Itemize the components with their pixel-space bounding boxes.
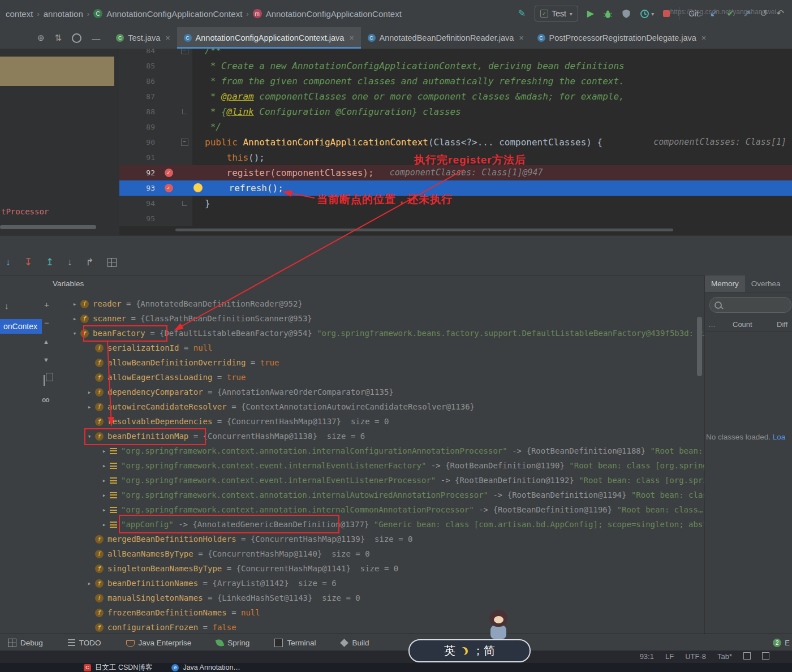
breakpoint-slot[interactable] [161, 196, 177, 211]
breakpoint-slot[interactable]: ✓ [161, 180, 177, 196]
tool-window-button-java-enterprise[interactable]: Java Enterprise [126, 639, 192, 647]
variable-row[interactable]: ▸"org.springframework.context.event.inte… [0, 473, 704, 488]
run-button[interactable]: ▶ [587, 9, 594, 18]
breadcrumb-item[interactable]: AnnotationConfigApplicationContext [266, 9, 402, 19]
breakpoint-slot[interactable] [161, 211, 177, 226]
column-diff[interactable]: Diff [777, 320, 791, 329]
breakpoint-slot[interactable]: ✓ [161, 165, 177, 180]
pin-arrow-icon[interactable]: ↓ [5, 301, 9, 311]
gear-icon[interactable] [72, 33, 81, 43]
taskbar-item[interactable]: eJava Annotation… [171, 664, 240, 671]
variable-row[interactable]: ▸"org.springframework.context.annotation… [0, 488, 704, 502]
variable-row[interactable]: fallowBeanDefinitionOverriding = true [0, 355, 704, 370]
breakpoint-slot[interactable] [161, 74, 177, 89]
fold-end-icon[interactable] [182, 201, 187, 206]
variable-row[interactable]: ▸"org.springframework.context.annotation… [0, 502, 704, 517]
debug-step-icon-1[interactable]: ↓ [6, 257, 11, 268]
profiler-icon[interactable] [640, 9, 649, 19]
tree-toggle-icon[interactable]: ▸ [98, 447, 110, 455]
encoding-indicator[interactable]: UTF-8 [685, 652, 706, 661]
editor-horizontal-scrollbar[interactable] [175, 229, 673, 231]
tree-toggle-icon[interactable]: ▸ [84, 580, 95, 587]
close-icon[interactable]: × [701, 33, 706, 42]
tree-toggle-icon[interactable]: ▾ [69, 330, 80, 337]
variable-row[interactable]: ▸fbeanDefinitionNames = {ArrayList@1142}… [0, 576, 704, 591]
layout-icon[interactable] [762, 652, 769, 660]
breakpoint-slot[interactable] [161, 119, 177, 135]
fold-end-icon[interactable] [182, 109, 187, 114]
tree-toggle-icon[interactable]: ▸ [98, 462, 110, 469]
variable-row[interactable]: ▸"org.springframework.context.event.inte… [0, 458, 704, 473]
variable-row[interactable]: fserializationId = null [0, 341, 704, 355]
fold-icon[interactable]: − [181, 139, 188, 146]
lock-icon[interactable] [743, 652, 751, 660]
run-configuration-select[interactable]: ✓ Test ▾ [535, 6, 578, 21]
tree-toggle-icon[interactable]: ▸ [69, 300, 80, 308]
add-watch-button[interactable]: + [44, 300, 49, 309]
tab-overhead[interactable]: Overhea [745, 275, 787, 292]
variable-row[interactable]: fmanualSingletonNames = {LinkedHashSet@1… [0, 591, 704, 605]
column-count[interactable]: Count [733, 320, 752, 329]
close-icon[interactable]: × [519, 33, 523, 42]
tree-toggle-icon[interactable]: ▸ [69, 315, 80, 322]
breakpoint-slot[interactable] [161, 58, 177, 74]
collapse-icon[interactable]: ⇅ [55, 33, 62, 43]
close-icon[interactable]: × [349, 33, 354, 42]
editor-tab[interactable]: CTest.java× [109, 27, 177, 49]
variable-row[interactable]: ▸"appConfig" -> {AnnotatedGenericBeanDef… [0, 517, 704, 532]
git-revert-icon[interactable]: ↶ [777, 9, 784, 18]
hide-icon[interactable]: — [92, 33, 100, 43]
debug-step-icon-4[interactable]: ↓ [67, 257, 72, 268]
tool-window-button-spring[interactable]: Spring [216, 639, 249, 647]
move-down-button[interactable]: ▼ [43, 356, 49, 363]
horizontal-scrollbar[interactable] [0, 225, 96, 229]
memory-search-input[interactable] [709, 297, 791, 313]
breakpoint-slot[interactable] [161, 135, 177, 150]
tree-toggle-icon[interactable]: ▸ [84, 389, 95, 396]
editor-tab[interactable]: CAnnotationConfigApplicationContext.java… [177, 27, 361, 49]
variable-row[interactable]: ffrozenBeanDefinitionNames = null [0, 605, 704, 620]
editor-tab[interactable]: CAnnotatedBeanDefinitionReader.java× [361, 27, 531, 49]
code-editor[interactable]: 84−/**85 * Create a new AnnotationConfig… [0, 49, 792, 235]
tab-memory[interactable]: Memory [705, 275, 745, 292]
tool-window-button-todo[interactable]: TODO [68, 639, 101, 647]
variable-row[interactable]: ▾fbeanDefinitionMap = {ConcurrentHashMap… [0, 429, 704, 443]
debug-step-icon-2[interactable]: ↧ [24, 256, 32, 268]
variable-row[interactable]: fsingletonBeanNamesByType = {ConcurrentH… [0, 561, 704, 576]
breakpoint-slot[interactable] [161, 150, 177, 165]
breakpoint-slot[interactable] [161, 49, 177, 58]
selected-frame-fragment[interactable]: onContex [0, 319, 42, 334]
breadcrumb-item[interactable]: context [6, 9, 33, 19]
close-icon[interactable]: × [165, 33, 170, 42]
caret-position[interactable]: 93:1 [640, 652, 654, 661]
variable-row[interactable]: fconfigurationFrozen = false [0, 620, 704, 634]
breadcrumb-item[interactable]: AnnotationConfigApplicationContext [106, 9, 242, 19]
tool-window-button-terminal[interactable]: Terminal [274, 639, 316, 647]
breakpoint-icon[interactable]: ✓ [165, 184, 173, 192]
watches-glasses-icon[interactable]: oo [42, 396, 49, 404]
tree-toggle-icon[interactable]: ▸ [98, 506, 110, 514]
variable-row[interactable]: fmergedBeanDefinitionHolders = {Concurre… [0, 532, 704, 546]
variable-row[interactable]: ▾fbeanFactory = {DefaultListableBeanFact… [0, 326, 704, 341]
memory-sort-dots[interactable]: … [708, 320, 716, 329]
breadcrumb-item[interactable]: annotation [44, 9, 83, 19]
variables-scrollbar[interactable] [697, 317, 702, 376]
copy-icon[interactable] [44, 376, 45, 385]
tree-toggle-icon[interactable]: ▸ [98, 492, 110, 499]
tree-toggle-icon[interactable]: ▸ [98, 477, 110, 484]
breakpoint-slot[interactable] [161, 104, 177, 119]
line-separator-indicator[interactable]: LF [665, 652, 674, 661]
move-up-button[interactable]: ▲ [43, 338, 49, 345]
tree-toggle-icon[interactable]: ▸ [84, 403, 95, 411]
editor-tab[interactable]: CPostProcessorRegistrationDelegate.java× [531, 27, 713, 49]
breakpoint-slot[interactable] [161, 89, 177, 104]
variable-row[interactable]: ▸"org.springframework.context.annotation… [0, 443, 704, 458]
debug-bug-icon[interactable] [603, 9, 613, 19]
notifications[interactable]: 2 E [773, 634, 790, 651]
fold-icon[interactable]: − [181, 49, 188, 54]
stop-button[interactable] [663, 10, 670, 17]
variable-row[interactable]: fallowEagerClassLoading = true [0, 370, 704, 385]
edit-config-pencil-icon[interactable]: ✎ [518, 9, 526, 18]
tool-window-button-build[interactable]: Build [341, 639, 369, 647]
variable-row[interactable]: ▸fautowireCandidateResolver = {ContextAn… [0, 399, 704, 414]
